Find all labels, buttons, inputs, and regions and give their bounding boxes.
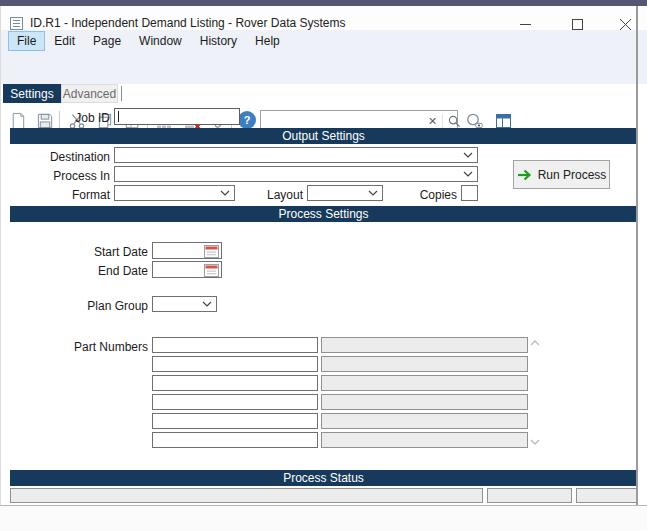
job-id-label: Job ID <box>10 111 110 125</box>
chevron-down-icon <box>463 152 473 158</box>
run-process-label: Run Process <box>538 168 607 182</box>
menu-help[interactable]: Help <box>246 31 289 51</box>
text-caret <box>118 111 119 122</box>
destination-label: Destination <box>0 150 110 164</box>
part-number-input[interactable] <box>152 413 318 429</box>
process-status-field <box>576 488 637 503</box>
part-description-field <box>321 413 528 429</box>
scroll-up-icon[interactable] <box>529 338 541 348</box>
calendar-icon[interactable] <box>204 263 219 277</box>
help-button[interactable]: ? <box>238 111 256 129</box>
chevron-down-icon <box>463 171 473 177</box>
process-status-header: Process Status <box>10 470 637 486</box>
tab-advanced-label: Advanced <box>63 87 116 101</box>
app-window: ID.R1 - Independent Demand Listing - Rov… <box>0 0 647 531</box>
minimize-icon <box>520 19 531 30</box>
calendar-icon[interactable] <box>204 244 219 258</box>
help-icon: ? <box>244 114 251 126</box>
process-settings-header: Process Settings <box>10 206 637 222</box>
part-number-input[interactable] <box>152 432 318 448</box>
copies-label: Copies <box>397 188 457 202</box>
run-arrow-icon <box>517 169 532 181</box>
window-icon <box>10 17 23 30</box>
start-date-input[interactable] <box>152 242 222 259</box>
process-in-label: Process In <box>0 169 110 183</box>
part-description-field <box>321 375 528 391</box>
process-status-field <box>487 488 572 503</box>
copies-input[interactable] <box>461 185 478 201</box>
toolbar: ? ✕ <box>0 52 647 84</box>
menu-window[interactable]: Window <box>130 31 191 51</box>
maximize-icon <box>572 19 583 30</box>
tab-settings-label: Settings <box>10 87 53 101</box>
run-process-button[interactable]: Run Process <box>513 160 610 189</box>
part-number-input[interactable] <box>152 394 318 410</box>
chevron-down-icon <box>368 190 378 196</box>
end-date-input[interactable] <box>152 261 222 278</box>
menu-bar: File Edit Page Window History Help <box>0 30 647 52</box>
window-title: ID.R1 - Independent Demand Listing - Rov… <box>30 16 345 30</box>
part-description-field <box>321 356 528 372</box>
job-id-input[interactable] <box>114 108 240 125</box>
layout-label: Layout <box>243 188 303 202</box>
part-description-field <box>321 337 528 353</box>
menu-edit[interactable]: Edit <box>45 31 84 51</box>
layout-dropdown[interactable] <box>307 185 383 201</box>
plan-group-dropdown[interactable] <box>152 296 217 312</box>
plan-group-label: Plan Group <box>48 299 148 313</box>
chevron-down-icon <box>202 301 212 307</box>
menu-history[interactable]: History <box>191 31 246 51</box>
output-settings-header: Output Settings <box>10 128 637 144</box>
part-numbers-label: Part Numbers <box>28 340 148 354</box>
part-description-field <box>321 432 528 448</box>
part-number-input[interactable] <box>152 337 318 353</box>
tab-settings[interactable]: Settings <box>3 84 61 103</box>
close-icon <box>620 19 631 30</box>
menu-file[interactable]: File <box>8 31 45 51</box>
tab-divider <box>121 86 122 101</box>
process-status-message-field <box>10 488 483 503</box>
tab-advanced[interactable]: Advanced <box>61 84 118 103</box>
title-bar: ID.R1 - Independent Demand Listing - Rov… <box>0 6 647 30</box>
search-icon <box>448 115 461 128</box>
part-number-input[interactable] <box>152 375 318 391</box>
part-number-input[interactable] <box>152 356 318 372</box>
start-date-label: Start Date <box>48 245 148 259</box>
format-label: Format <box>0 188 110 202</box>
format-dropdown[interactable] <box>114 185 235 201</box>
search-clear-icon[interactable]: ✕ <box>423 115 442 128</box>
part-description-field <box>321 394 528 410</box>
window-border <box>636 6 638 505</box>
process-in-dropdown[interactable] <box>114 166 478 182</box>
window-border <box>0 6 1 505</box>
chevron-down-icon <box>220 190 230 196</box>
scroll-down-icon[interactable] <box>529 437 541 447</box>
menu-page[interactable]: Page <box>84 31 130 51</box>
status-bar: CAPS NUM INS DEMO.NEW - Rover Data Syste… <box>0 506 647 531</box>
end-date-label: End Date <box>48 264 148 278</box>
destination-dropdown[interactable] <box>114 147 478 163</box>
